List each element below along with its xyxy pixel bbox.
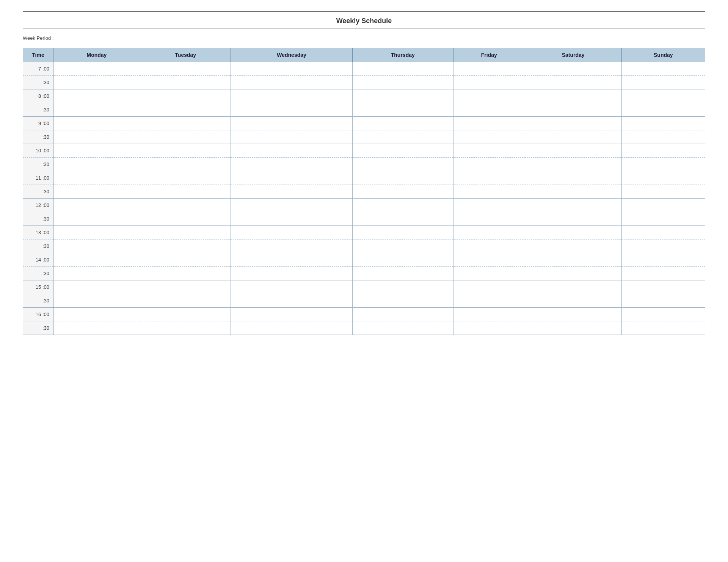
schedule-cell[interactable] — [140, 199, 231, 212]
schedule-cell[interactable] — [621, 158, 705, 171]
schedule-cell[interactable] — [231, 308, 352, 321]
schedule-cell[interactable] — [352, 280, 453, 294]
schedule-cell[interactable] — [621, 117, 705, 130]
schedule-cell[interactable] — [525, 321, 621, 335]
schedule-cell[interactable] — [231, 267, 352, 280]
schedule-cell[interactable] — [453, 226, 525, 240]
schedule-cell[interactable] — [352, 158, 453, 171]
schedule-cell[interactable] — [352, 185, 453, 199]
schedule-cell[interactable] — [53, 76, 140, 89]
schedule-cell[interactable] — [231, 158, 352, 171]
schedule-cell[interactable] — [53, 185, 140, 199]
schedule-cell[interactable] — [525, 212, 621, 226]
schedule-cell[interactable] — [231, 185, 352, 199]
schedule-cell[interactable] — [525, 294, 621, 308]
schedule-cell[interactable] — [453, 199, 525, 212]
schedule-cell[interactable] — [140, 130, 231, 144]
schedule-cell[interactable] — [352, 103, 453, 117]
schedule-cell[interactable] — [140, 185, 231, 199]
schedule-cell[interactable] — [621, 144, 705, 158]
schedule-cell[interactable] — [621, 185, 705, 199]
schedule-cell[interactable] — [231, 171, 352, 185]
schedule-cell[interactable] — [352, 171, 453, 185]
schedule-cell[interactable] — [453, 62, 525, 76]
schedule-cell[interactable] — [352, 294, 453, 308]
schedule-cell[interactable] — [53, 253, 140, 267]
schedule-cell[interactable] — [352, 321, 453, 335]
schedule-cell[interactable] — [53, 280, 140, 294]
schedule-cell[interactable] — [352, 267, 453, 280]
schedule-cell[interactable] — [621, 280, 705, 294]
schedule-cell[interactable] — [140, 212, 231, 226]
schedule-cell[interactable] — [453, 185, 525, 199]
schedule-cell[interactable] — [53, 226, 140, 240]
schedule-cell[interactable] — [453, 240, 525, 253]
schedule-cell[interactable] — [525, 267, 621, 280]
schedule-cell[interactable] — [453, 89, 525, 103]
schedule-cell[interactable] — [621, 199, 705, 212]
schedule-cell[interactable] — [352, 253, 453, 267]
schedule-cell[interactable] — [525, 117, 621, 130]
schedule-cell[interactable] — [53, 158, 140, 171]
schedule-cell[interactable] — [231, 76, 352, 89]
schedule-cell[interactable] — [231, 89, 352, 103]
schedule-cell[interactable] — [352, 76, 453, 89]
schedule-cell[interactable] — [453, 321, 525, 335]
schedule-cell[interactable] — [231, 240, 352, 253]
schedule-cell[interactable] — [352, 226, 453, 240]
schedule-cell[interactable] — [525, 130, 621, 144]
schedule-cell[interactable] — [53, 267, 140, 280]
schedule-cell[interactable] — [453, 253, 525, 267]
schedule-cell[interactable] — [453, 144, 525, 158]
schedule-cell[interactable] — [53, 171, 140, 185]
schedule-cell[interactable] — [525, 62, 621, 76]
schedule-cell[interactable] — [453, 158, 525, 171]
schedule-cell[interactable] — [231, 199, 352, 212]
schedule-cell[interactable] — [525, 171, 621, 185]
schedule-cell[interactable] — [140, 62, 231, 76]
schedule-cell[interactable] — [525, 144, 621, 158]
schedule-cell[interactable] — [231, 130, 352, 144]
schedule-cell[interactable] — [352, 130, 453, 144]
schedule-cell[interactable] — [140, 226, 231, 240]
schedule-cell[interactable] — [453, 103, 525, 117]
schedule-cell[interactable] — [140, 267, 231, 280]
schedule-cell[interactable] — [525, 240, 621, 253]
schedule-cell[interactable] — [621, 62, 705, 76]
schedule-cell[interactable] — [453, 117, 525, 130]
schedule-cell[interactable] — [53, 308, 140, 321]
schedule-cell[interactable] — [231, 144, 352, 158]
schedule-cell[interactable] — [140, 294, 231, 308]
schedule-cell[interactable] — [53, 294, 140, 308]
schedule-cell[interactable] — [231, 294, 352, 308]
schedule-cell[interactable] — [525, 253, 621, 267]
schedule-cell[interactable] — [140, 171, 231, 185]
schedule-cell[interactable] — [53, 62, 140, 76]
schedule-cell[interactable] — [352, 308, 453, 321]
schedule-cell[interactable] — [453, 76, 525, 89]
schedule-cell[interactable] — [525, 280, 621, 294]
schedule-cell[interactable] — [352, 89, 453, 103]
schedule-cell[interactable] — [53, 212, 140, 226]
schedule-cell[interactable] — [140, 103, 231, 117]
schedule-cell[interactable] — [53, 117, 140, 130]
schedule-cell[interactable] — [525, 76, 621, 89]
schedule-cell[interactable] — [525, 103, 621, 117]
schedule-cell[interactable] — [140, 76, 231, 89]
schedule-cell[interactable] — [231, 280, 352, 294]
schedule-cell[interactable] — [231, 226, 352, 240]
schedule-cell[interactable] — [231, 253, 352, 267]
schedule-cell[interactable] — [352, 144, 453, 158]
schedule-cell[interactable] — [140, 117, 231, 130]
schedule-cell[interactable] — [231, 212, 352, 226]
schedule-cell[interactable] — [621, 103, 705, 117]
schedule-cell[interactable] — [621, 240, 705, 253]
schedule-cell[interactable] — [621, 267, 705, 280]
schedule-cell[interactable] — [621, 253, 705, 267]
schedule-cell[interactable] — [453, 171, 525, 185]
schedule-cell[interactable] — [525, 226, 621, 240]
schedule-cell[interactable] — [140, 89, 231, 103]
schedule-cell[interactable] — [140, 253, 231, 267]
schedule-cell[interactable] — [53, 130, 140, 144]
schedule-cell[interactable] — [621, 226, 705, 240]
